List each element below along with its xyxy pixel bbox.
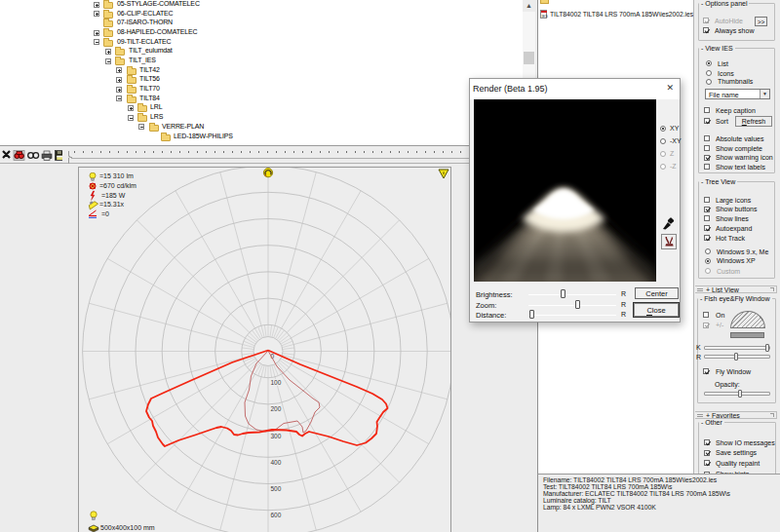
svg-text:100: 100	[271, 379, 282, 386]
svg-text:300: 300	[271, 433, 282, 439]
svg-text:500: 500	[271, 485, 282, 492]
svg-text:400: 400	[271, 459, 282, 466]
svg-text:600: 600	[271, 512, 282, 518]
svg-text:200: 200	[271, 405, 282, 412]
